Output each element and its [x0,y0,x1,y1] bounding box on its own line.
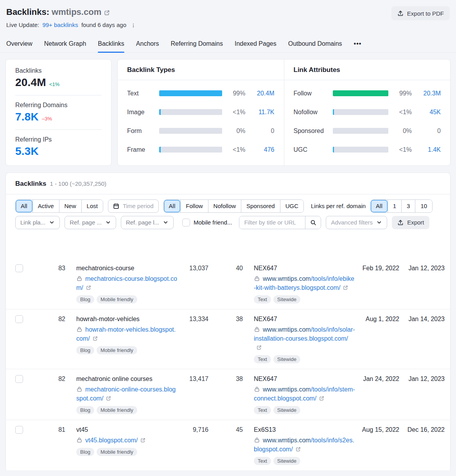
attr-count-link[interactable]: 20.3M [417,90,441,97]
referring-ips-label: Referring IPs [15,136,102,143]
first-seen-date: Aug 1, 2022 [355,315,399,363]
status-filter-new[interactable]: New [59,200,81,212]
advanced-filters-dropdown[interactable]: Advanced filters [326,216,387,229]
more-tabs-button[interactable]: ••• [354,38,362,52]
tag-mobile-friendly: Mobile friendly [97,295,137,304]
tag-mobile-friendly: Mobile friendly [97,346,137,354]
lock-icon [254,386,260,392]
row-checkbox[interactable] [15,264,23,272]
target-url-link[interactable]: www.wmtips.com/tools/info/stem-connect.b… [254,386,355,402]
time-period-button[interactable]: Time period [108,199,159,213]
info-icon[interactable] [131,23,136,29]
live-update-label: Live Update: [6,22,39,28]
target-url-link[interactable]: www.wmtips.com/tools/info/ebike-kit-with… [254,275,354,291]
anchor-text: NEX647 [254,315,355,323]
status-filter-all[interactable]: All [16,200,32,212]
follow-filter-all[interactable]: All [164,200,181,212]
tab-referring-domains[interactable]: Referring Domains [171,38,223,52]
follow-filter-nofollow[interactable]: Nofollow [208,200,241,212]
type-count-link[interactable]: 20.4M [251,90,275,97]
source-title: howrah-motor-vehicles [76,315,178,323]
follow-filter-follow[interactable]: Follow [180,200,208,212]
row-checkbox[interactable] [15,426,23,434]
external-link-icon[interactable] [256,345,262,350]
tag-blog: Blog [76,346,94,354]
type-count-link[interactable]: 476 [251,146,275,153]
tab-overview[interactable]: Overview [6,38,32,52]
link-attributes-panel: Link Attributes Follow 99% 20.3M Nofollo… [284,59,451,165]
tab-anchors[interactable]: Anchors [136,38,159,52]
first-seen-date: Aug 15, 2022 [355,426,399,465]
tag-sitewide: Sitewide [273,355,300,363]
divider [15,95,102,95]
type-row-text: Text 99% 20.4M [127,90,275,97]
tag-text: Text [254,457,271,465]
tab-bar: Overview Network Graph Backlinks Anchors… [0,38,456,53]
mobile-friendly-filter[interactable]: Mobile friend... [182,219,232,226]
type-bar-form [159,128,222,134]
anchor-text: NEX647 [254,264,355,273]
status-filter-lost[interactable]: Lost [81,200,103,212]
external-link-icon[interactable] [86,285,92,291]
attr-count-link[interactable]: 1.4K [417,146,441,153]
tab-outbound-domains[interactable]: Outbound Domains [288,38,342,52]
attr-bar-ugc [333,147,389,153]
target-url-link[interactable]: www.wmtips.com/tools/info/s2es.blogspot.… [254,437,354,453]
referring-ips-value[interactable]: 5.3K [15,145,102,158]
tag-text: Text [254,355,271,363]
tab-network-graph[interactable]: Network Graph [44,38,86,52]
backlinks-table-card: Backlinks1 - 100 (~20,357,250) All Activ… [5,172,451,471]
export-button[interactable]: Export [392,216,429,229]
last-seen-date: Jan 12, 2023 [399,375,445,414]
tab-indexed-pages[interactable]: Indexed Pages [235,38,276,52]
external-link-icon[interactable] [106,395,111,401]
external-link-icon[interactable] [92,336,98,341]
mobile-friendly-checkbox[interactable] [182,219,190,226]
source-url-link[interactable]: mechatronic-online-courses.blogspot.com/ [76,386,176,402]
target-url-link[interactable]: www.wmtips.com/tools/info/solar-installa… [254,326,355,342]
ref-page-ascore-dropdown[interactable]: Ref. page ... [65,216,116,229]
tag-blog: Blog [76,448,94,456]
export-pdf-button[interactable]: Export to PDF [391,6,450,20]
status-filter-active[interactable]: Active [32,200,59,212]
follow-filter-ugc[interactable]: UGC [280,200,303,212]
links-per-domain-all[interactable]: All [371,200,388,212]
internal-links-count: 38 [208,315,243,363]
attr-row-follow: Follow 99% 20.3M [294,90,441,97]
links-per-domain-10[interactable]: 10 [415,200,432,212]
lock-icon [254,275,260,282]
internal-links-count: 45 [208,426,243,465]
source-url-link[interactable]: vt45.blogspot.com/ [85,437,138,444]
ref-page-links-dropdown[interactable]: Ref. page l... [121,216,174,229]
table-title: Backlinks [15,180,46,187]
source-title: vt45 [76,426,178,434]
tag-sitewide: Sitewide [273,457,300,465]
row-checkbox[interactable] [15,375,23,383]
external-link-icon[interactable] [295,446,301,452]
search-icon [310,219,316,226]
lock-icon [254,437,260,443]
external-link-icon[interactable] [104,9,110,16]
links-per-domain-1[interactable]: 1 [388,200,401,212]
external-link-icon[interactable] [343,285,348,291]
search-button[interactable] [305,216,321,229]
distribution-card: Backlink Types Text 99% 20.4M Image <1% … [117,59,451,166]
source-url-link[interactable]: howrah-motor-vehicles.blogspot.com/ [76,326,176,342]
external-link-icon[interactable] [319,395,325,401]
search-input[interactable] [239,216,305,229]
tab-backlinks[interactable]: Backlinks [98,38,124,52]
attr-row-ugc: UGC <1% 1.4K [294,146,441,153]
type-count-link[interactable]: 11.7K [251,109,275,116]
external-link-icon[interactable] [140,437,146,443]
chevron-down-icon [105,219,111,225]
referring-domains-value[interactable]: 7.8K–3% [15,111,102,123]
type-row-frame: Frame <1% 476 [127,146,275,153]
links-per-domain-3[interactable]: 3 [401,200,415,212]
live-update-link[interactable]: 99+ backlinks [42,22,78,28]
referring-domains-change-badge: –3% [42,116,52,122]
follow-filter-sponsored[interactable]: Sponsored [241,200,280,212]
link-placement-dropdown[interactable]: Link pla... [15,216,60,229]
row-checkbox[interactable] [15,315,23,323]
attr-count-link[interactable]: 45K [417,109,441,116]
page-header: Backlinks:wmtips.com Live Update: 99+ ba… [0,0,456,29]
